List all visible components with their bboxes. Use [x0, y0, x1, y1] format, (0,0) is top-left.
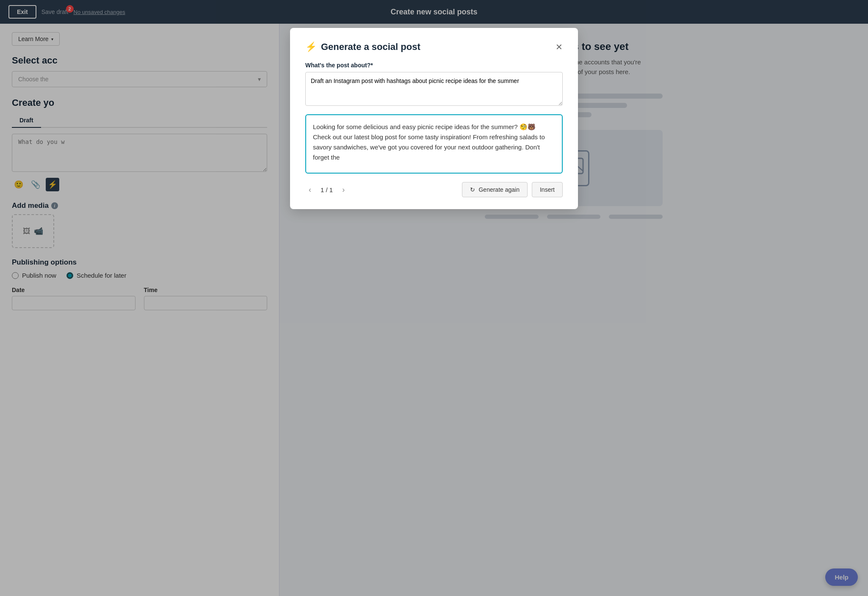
bolt-icon: ⚡ [305, 41, 317, 52]
modal-footer: ‹ 1 / 1 › ↻ Generate again Insert [305, 182, 563, 197]
next-page-button[interactable]: › [339, 184, 348, 196]
prev-page-button[interactable]: ‹ [305, 184, 315, 196]
prompt-textarea[interactable]: Draft an Instagram post with hashtags ab… [305, 72, 563, 106]
generate-social-post-modal: ⚡ Generate a social post ✕ What's the po… [290, 28, 578, 209]
modal-close-button[interactable]: ✕ [556, 43, 563, 51]
pagination: ‹ 1 / 1 › [305, 184, 348, 196]
page-count: 1 / 1 [321, 186, 333, 193]
modal-actions: ↻ Generate again Insert [462, 182, 563, 197]
prompt-label: What's the post about?* [305, 62, 563, 69]
refresh-icon: ↻ [470, 186, 475, 193]
modal-title: ⚡ Generate a social post [305, 41, 420, 52]
generated-text-box: Looking for some delicious and easy picn… [305, 114, 563, 174]
insert-button[interactable]: Insert [532, 182, 563, 197]
modal-overlay: ⚡ Generate a social post ✕ What's the po… [0, 0, 868, 596]
modal-header: ⚡ Generate a social post ✕ [305, 41, 563, 52]
generate-again-button[interactable]: ↻ Generate again [462, 182, 528, 197]
